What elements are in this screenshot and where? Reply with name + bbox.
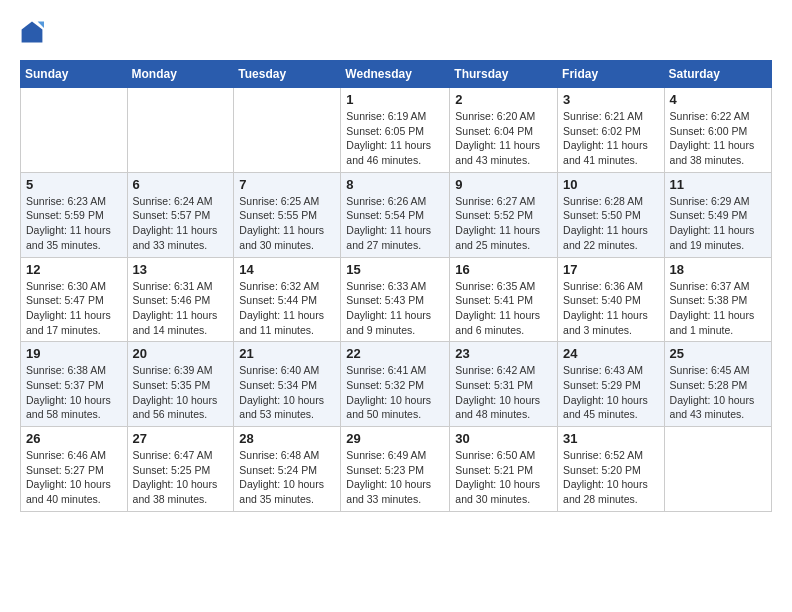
day-number: 11 (670, 177, 766, 192)
calendar-day-header: Sunday (21, 61, 128, 88)
day-number: 20 (133, 346, 229, 361)
day-number: 28 (239, 431, 335, 446)
day-number: 17 (563, 262, 659, 277)
calendar-cell: 26Sunrise: 6:46 AM Sunset: 5:27 PM Dayli… (21, 427, 128, 512)
calendar-cell: 12Sunrise: 6:30 AM Sunset: 5:47 PM Dayli… (21, 257, 128, 342)
day-info: Sunrise: 6:41 AM Sunset: 5:32 PM Dayligh… (346, 363, 444, 422)
day-number: 8 (346, 177, 444, 192)
calendar-header-row: SundayMondayTuesdayWednesdayThursdayFrid… (21, 61, 772, 88)
day-info: Sunrise: 6:31 AM Sunset: 5:46 PM Dayligh… (133, 279, 229, 338)
page-header (20, 20, 772, 44)
calendar-cell: 30Sunrise: 6:50 AM Sunset: 5:21 PM Dayli… (450, 427, 558, 512)
calendar-day-header: Friday (558, 61, 665, 88)
day-number: 30 (455, 431, 552, 446)
day-info: Sunrise: 6:45 AM Sunset: 5:28 PM Dayligh… (670, 363, 766, 422)
day-info: Sunrise: 6:20 AM Sunset: 6:04 PM Dayligh… (455, 109, 552, 168)
day-info: Sunrise: 6:36 AM Sunset: 5:40 PM Dayligh… (563, 279, 659, 338)
day-info: Sunrise: 6:32 AM Sunset: 5:44 PM Dayligh… (239, 279, 335, 338)
calendar-cell: 25Sunrise: 6:45 AM Sunset: 5:28 PM Dayli… (664, 342, 771, 427)
logo-icon (20, 20, 44, 44)
day-info: Sunrise: 6:30 AM Sunset: 5:47 PM Dayligh… (26, 279, 122, 338)
calendar-cell: 11Sunrise: 6:29 AM Sunset: 5:49 PM Dayli… (664, 172, 771, 257)
day-number: 16 (455, 262, 552, 277)
calendar-cell: 14Sunrise: 6:32 AM Sunset: 5:44 PM Dayli… (234, 257, 341, 342)
calendar-body: 1Sunrise: 6:19 AM Sunset: 6:05 PM Daylig… (21, 88, 772, 512)
calendar-cell: 29Sunrise: 6:49 AM Sunset: 5:23 PM Dayli… (341, 427, 450, 512)
day-number: 25 (670, 346, 766, 361)
day-info: Sunrise: 6:33 AM Sunset: 5:43 PM Dayligh… (346, 279, 444, 338)
calendar-cell: 5Sunrise: 6:23 AM Sunset: 5:59 PM Daylig… (21, 172, 128, 257)
day-number: 23 (455, 346, 552, 361)
calendar-cell: 16Sunrise: 6:35 AM Sunset: 5:41 PM Dayli… (450, 257, 558, 342)
day-info: Sunrise: 6:40 AM Sunset: 5:34 PM Dayligh… (239, 363, 335, 422)
calendar-cell: 6Sunrise: 6:24 AM Sunset: 5:57 PM Daylig… (127, 172, 234, 257)
calendar-cell: 27Sunrise: 6:47 AM Sunset: 5:25 PM Dayli… (127, 427, 234, 512)
day-number: 21 (239, 346, 335, 361)
day-info: Sunrise: 6:47 AM Sunset: 5:25 PM Dayligh… (133, 448, 229, 507)
calendar-cell: 9Sunrise: 6:27 AM Sunset: 5:52 PM Daylig… (450, 172, 558, 257)
logo (20, 20, 48, 44)
day-info: Sunrise: 6:26 AM Sunset: 5:54 PM Dayligh… (346, 194, 444, 253)
calendar-week-row: 1Sunrise: 6:19 AM Sunset: 6:05 PM Daylig… (21, 88, 772, 173)
calendar-cell: 4Sunrise: 6:22 AM Sunset: 6:00 PM Daylig… (664, 88, 771, 173)
calendar-cell: 28Sunrise: 6:48 AM Sunset: 5:24 PM Dayli… (234, 427, 341, 512)
calendar-cell: 7Sunrise: 6:25 AM Sunset: 5:55 PM Daylig… (234, 172, 341, 257)
day-number: 24 (563, 346, 659, 361)
calendar-cell: 19Sunrise: 6:38 AM Sunset: 5:37 PM Dayli… (21, 342, 128, 427)
calendar-cell: 23Sunrise: 6:42 AM Sunset: 5:31 PM Dayli… (450, 342, 558, 427)
day-info: Sunrise: 6:35 AM Sunset: 5:41 PM Dayligh… (455, 279, 552, 338)
day-info: Sunrise: 6:37 AM Sunset: 5:38 PM Dayligh… (670, 279, 766, 338)
day-info: Sunrise: 6:38 AM Sunset: 5:37 PM Dayligh… (26, 363, 122, 422)
calendar-day-header: Tuesday (234, 61, 341, 88)
day-number: 5 (26, 177, 122, 192)
day-number: 3 (563, 92, 659, 107)
day-info: Sunrise: 6:48 AM Sunset: 5:24 PM Dayligh… (239, 448, 335, 507)
day-info: Sunrise: 6:28 AM Sunset: 5:50 PM Dayligh… (563, 194, 659, 253)
calendar-cell: 24Sunrise: 6:43 AM Sunset: 5:29 PM Dayli… (558, 342, 665, 427)
day-number: 10 (563, 177, 659, 192)
calendar-cell: 17Sunrise: 6:36 AM Sunset: 5:40 PM Dayli… (558, 257, 665, 342)
calendar-cell (234, 88, 341, 173)
calendar-cell: 10Sunrise: 6:28 AM Sunset: 5:50 PM Dayli… (558, 172, 665, 257)
day-number: 14 (239, 262, 335, 277)
calendar-day-header: Wednesday (341, 61, 450, 88)
day-number: 19 (26, 346, 122, 361)
day-number: 9 (455, 177, 552, 192)
day-number: 26 (26, 431, 122, 446)
day-number: 6 (133, 177, 229, 192)
day-info: Sunrise: 6:52 AM Sunset: 5:20 PM Dayligh… (563, 448, 659, 507)
calendar-week-row: 26Sunrise: 6:46 AM Sunset: 5:27 PM Dayli… (21, 427, 772, 512)
day-info: Sunrise: 6:25 AM Sunset: 5:55 PM Dayligh… (239, 194, 335, 253)
day-info: Sunrise: 6:29 AM Sunset: 5:49 PM Dayligh… (670, 194, 766, 253)
calendar-cell (127, 88, 234, 173)
day-info: Sunrise: 6:49 AM Sunset: 5:23 PM Dayligh… (346, 448, 444, 507)
day-number: 22 (346, 346, 444, 361)
calendar-cell: 15Sunrise: 6:33 AM Sunset: 5:43 PM Dayli… (341, 257, 450, 342)
day-number: 1 (346, 92, 444, 107)
day-number: 13 (133, 262, 229, 277)
day-info: Sunrise: 6:22 AM Sunset: 6:00 PM Dayligh… (670, 109, 766, 168)
day-info: Sunrise: 6:50 AM Sunset: 5:21 PM Dayligh… (455, 448, 552, 507)
day-number: 12 (26, 262, 122, 277)
calendar-day-header: Saturday (664, 61, 771, 88)
svg-marker-0 (22, 22, 43, 43)
day-number: 18 (670, 262, 766, 277)
calendar-week-row: 5Sunrise: 6:23 AM Sunset: 5:59 PM Daylig… (21, 172, 772, 257)
day-number: 29 (346, 431, 444, 446)
calendar-week-row: 19Sunrise: 6:38 AM Sunset: 5:37 PM Dayli… (21, 342, 772, 427)
calendar-cell: 22Sunrise: 6:41 AM Sunset: 5:32 PM Dayli… (341, 342, 450, 427)
day-info: Sunrise: 6:43 AM Sunset: 5:29 PM Dayligh… (563, 363, 659, 422)
calendar-cell: 1Sunrise: 6:19 AM Sunset: 6:05 PM Daylig… (341, 88, 450, 173)
day-number: 15 (346, 262, 444, 277)
day-info: Sunrise: 6:27 AM Sunset: 5:52 PM Dayligh… (455, 194, 552, 253)
calendar-table: SundayMondayTuesdayWednesdayThursdayFrid… (20, 60, 772, 512)
day-number: 27 (133, 431, 229, 446)
day-number: 2 (455, 92, 552, 107)
calendar-cell: 21Sunrise: 6:40 AM Sunset: 5:34 PM Dayli… (234, 342, 341, 427)
day-info: Sunrise: 6:42 AM Sunset: 5:31 PM Dayligh… (455, 363, 552, 422)
calendar-cell: 20Sunrise: 6:39 AM Sunset: 5:35 PM Dayli… (127, 342, 234, 427)
day-number: 4 (670, 92, 766, 107)
day-info: Sunrise: 6:46 AM Sunset: 5:27 PM Dayligh… (26, 448, 122, 507)
calendar-cell: 18Sunrise: 6:37 AM Sunset: 5:38 PM Dayli… (664, 257, 771, 342)
calendar-cell: 31Sunrise: 6:52 AM Sunset: 5:20 PM Dayli… (558, 427, 665, 512)
